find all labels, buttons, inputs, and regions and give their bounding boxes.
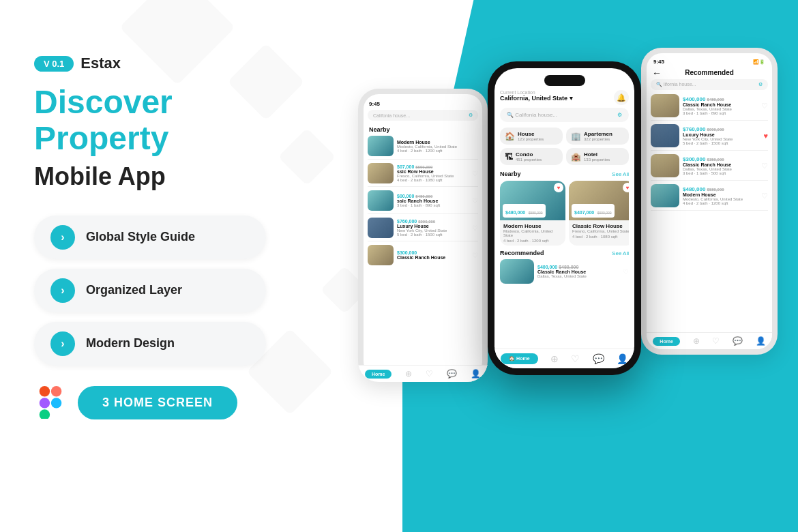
phone-recommended-screen: 9:45 📶🔋 ← Recommended 🔍 lifornia house..… [647, 53, 772, 349]
main-search[interactable]: 🔍 Califonia house... ⚙ [500, 108, 629, 122]
main-nav-heart[interactable]: ♡ [571, 353, 580, 364]
nav-heart-icon[interactable]: ♡ [426, 369, 433, 376]
card-img-1: $480,000 $580,000 ♥ [500, 181, 565, 220]
card-classic-row[interactable]: $407,000 $690,000 ♥ Classic Row House Fr… [569, 181, 629, 246]
nearby-bottom-nav: Home ⊕ ♡ 💬 👤 [364, 365, 482, 376]
svg-rect-2 [40, 398, 50, 408]
nearby-item: Modern House Modesto, California, United… [368, 136, 478, 160]
card-img-2: $407,000 $690,000 ♥ [569, 181, 629, 220]
nav-explore-icon[interactable]: ⊕ [405, 369, 412, 376]
phone-main-screen: Current Location California, United Stat… [494, 68, 634, 368]
nav-home-btn[interactable]: Home [365, 370, 391, 377]
rec-heart[interactable]: ♡ [623, 268, 629, 276]
recommended-header: Recommended See All [500, 250, 629, 256]
see-all-nearby[interactable]: See All [612, 171, 629, 177]
rec-search-bar[interactable]: 🔍 lifornia house... ⚙ [651, 79, 768, 90]
main-nav-chat[interactable]: 💬 [593, 353, 604, 364]
rec-header: ← Recommended [647, 68, 772, 79]
nearby-item-img [368, 245, 394, 265]
feature-label-1: Global Style Guide [86, 230, 195, 244]
version-row: V 0.1 Estax [34, 55, 307, 72]
nearby-search: Califonia house... ⚙ [368, 110, 478, 121]
card-modern-house[interactable]: $480,000 $580,000 ♥ Modern House Modesto… [500, 181, 565, 246]
nearby-item-img [368, 136, 394, 156]
headline: Discover Property [34, 85, 307, 157]
rec-heart-2[interactable]: ♥ [763, 132, 768, 140]
feature-item-organized-layer: › Organized Layer [34, 269, 266, 312]
rec-nav-explore[interactable]: ⊕ [693, 336, 700, 346]
rec-status-bar: 9:45 📶🔋 [647, 53, 772, 68]
nearby-time: 9:45 [364, 94, 482, 110]
feature-chevron-icon-2: › [50, 278, 75, 303]
main-nav-home[interactable]: 🏠 Home [501, 353, 537, 364]
rec-list-item[interactable]: $480,000 $580,000 Modern House Modesto, … [651, 184, 768, 211]
feature-item-global-style: › Global Style Guide [34, 216, 266, 259]
main-nav-profile[interactable]: 👤 [617, 353, 628, 364]
svg-rect-0 [40, 386, 50, 396]
card-heart-2[interactable]: ♥ [623, 183, 629, 192]
rec-nav-chat[interactable]: 💬 [733, 336, 743, 346]
main-app-header: Current Location California, United Stat… [494, 68, 634, 284]
phone-main: Current Location California, United Stat… [488, 61, 641, 375]
nearby-item: $00,000 $480,000 ssic Ranch House 3 bed … [368, 190, 478, 214]
rec-bottom-nav: Home ⊕ ♡ 💬 👤 [647, 332, 772, 349]
subheadline: Mobile App [34, 162, 307, 191]
figma-icon [34, 386, 67, 419]
nav-chat-icon[interactable]: 💬 [447, 369, 457, 376]
nearby-cards: $480,000 $580,000 ♥ Modern House Modesto… [500, 181, 629, 246]
rec-list-item[interactable]: $300,000 $350,000 Classic Ranch House Da… [651, 154, 768, 181]
nearby-item-img [368, 218, 394, 238]
feature-chevron-icon-3: › [50, 331, 75, 356]
main-nav-explore[interactable]: ⊕ [550, 353, 559, 364]
cat-hotel[interactable]: 🏨 Hotel 133 properties [566, 148, 629, 165]
feature-chevron-icon-1: › [50, 225, 75, 250]
version-badge: V 0.1 [34, 56, 74, 72]
rec-heart-1[interactable]: ♡ [761, 102, 768, 110]
main-bottom-nav: 🏠 Home ⊕ ♡ 💬 👤 [494, 349, 634, 368]
feature-item-modern-design: › Modern Design [34, 322, 266, 366]
nearby-item-img [368, 163, 394, 183]
rec-item-preview: $400,000 $480,000 Classic Ranch House Da… [500, 259, 629, 284]
rec-list-item[interactable]: $400,000 $480,000 Classic Ranch House Da… [651, 94, 768, 121]
feature-label-3: Modern Design [86, 336, 175, 351]
cta-button[interactable]: 3 HOME SCREEN [78, 386, 237, 419]
rec-back-button[interactable]: ← [652, 68, 662, 78]
phone-nearby: 9:45 Califonia house... ⚙ Nearby Modern … [358, 89, 488, 382]
see-all-recommended[interactable]: See All [612, 250, 629, 256]
left-panel: V 0.1 Estax Discover Property Mobile App… [34, 55, 307, 419]
cat-house[interactable]: 🏠 House 123 properties [500, 128, 563, 145]
categories-grid: 🏠 House 123 properties 🏢 Apartemen 322 p… [500, 128, 629, 165]
nearby-item: $760,000 $900,000 Luxury House New York … [368, 218, 478, 241]
rec-preview-img [500, 259, 534, 284]
nearby-label: Nearby [364, 123, 482, 136]
rec-heart-4[interactable]: ♡ [761, 192, 768, 201]
recommended-list: $400,000 $480,000 Classic Ranch House Da… [647, 94, 772, 214]
rec-nav-heart[interactable]: ♡ [712, 336, 720, 346]
nearby-header: Nearby See All [500, 171, 629, 177]
card-heart-1[interactable]: ♥ [554, 183, 563, 192]
notification-bell[interactable]: 🔔 [614, 90, 629, 105]
nav-profile-icon[interactable]: 👤 [471, 369, 481, 376]
rec-heart-3[interactable]: ♡ [761, 162, 768, 171]
nearby-item: $300,000 Classic Ranch House ♡ [368, 245, 478, 268]
svg-rect-1 [51, 386, 61, 396]
nearby-item: $07,000 $690,000 ssic Row House Fresco, … [368, 163, 478, 187]
cat-apartemen[interactable]: 🏢 Apartemen 322 properties [566, 128, 629, 145]
cat-condo[interactable]: 🏗 Condo 451 properties [500, 148, 563, 165]
phone-notch [544, 75, 585, 86]
bottom-row: 3 HOME SCREEN [34, 386, 307, 419]
rec-nav-home[interactable]: Home [653, 337, 679, 346]
rec-list-item[interactable]: $760,000 $900,000 Luxury House New York … [651, 124, 768, 151]
phone-nearby-screen: 9:45 Califonia house... ⚙ Nearby Modern … [364, 94, 482, 376]
svg-point-4 [51, 398, 61, 408]
rec-nav-profile[interactable]: 👤 [756, 336, 766, 346]
phone-recommended: 9:45 📶🔋 ← Recommended 🔍 lifornia house..… [641, 48, 778, 355]
svg-rect-3 [40, 409, 50, 419]
feature-label-2: Organized Layer [86, 283, 182, 297]
nearby-list: Modern House Modesto, California, United… [364, 136, 482, 268]
nearby-item-img [368, 190, 394, 211]
brand-name: Estax [80, 55, 121, 72]
